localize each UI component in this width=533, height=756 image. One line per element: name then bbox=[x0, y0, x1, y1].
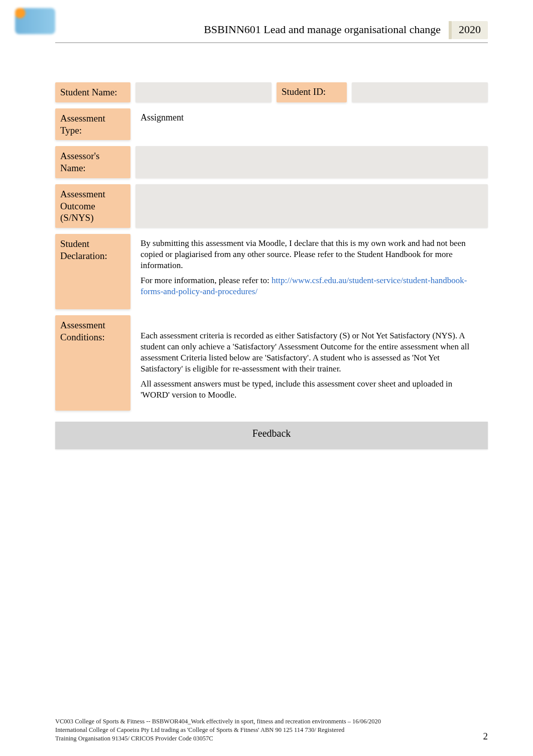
footer-line-1: VC003 College of Sports & Fitness -- BSB… bbox=[55, 717, 381, 726]
page-number: 2 bbox=[483, 730, 488, 743]
value-student-id[interactable] bbox=[352, 82, 488, 102]
footer: VC003 College of Sports & Fitness -- BSB… bbox=[55, 717, 488, 743]
label-student-name: Student Name: bbox=[55, 82, 130, 102]
brand-logo bbox=[15, 8, 55, 34]
value-assessment-type: Assignment bbox=[136, 108, 488, 141]
header: BSBINN601 Lead and manage organisational… bbox=[55, 21, 488, 43]
row-assessor-name: Assessor's Name: bbox=[55, 146, 488, 178]
row-assessment-type: Assessment Type: Assignment bbox=[55, 108, 488, 141]
conditions-paragraph-2: All assessment answers must be typed, in… bbox=[141, 379, 483, 401]
unit-title: BSBINN601 Lead and manage organisational… bbox=[204, 23, 441, 36]
label-assessment-type: Assessment Type: bbox=[55, 108, 130, 141]
conditions-paragraph-1: Each assessment criteria is recorded as … bbox=[141, 330, 483, 374]
value-assessment-conditions: Each assessment criteria is recorded as … bbox=[136, 315, 488, 411]
footer-line-2: International College of Capoeira Pty Lt… bbox=[55, 726, 381, 734]
row-student: Student Name: Student ID: bbox=[55, 82, 488, 102]
declaration-paragraph-2: For more information, please refer to: h… bbox=[141, 275, 483, 297]
page: BSBINN601 Lead and manage organisational… bbox=[0, 0, 533, 756]
declaration-paragraph-1: By submitting this assessment via Moodle… bbox=[141, 238, 483, 271]
label-student-id: Student ID: bbox=[277, 82, 347, 102]
label-assessment-outcome: Assessment Outcome (S/NYS) bbox=[55, 184, 130, 228]
value-student-name[interactable] bbox=[136, 82, 272, 102]
label-assessment-conditions: Assessment Conditions: bbox=[55, 315, 130, 411]
declaration-link-prefix: For more information, please refer to: bbox=[141, 276, 272, 285]
footer-line-3: Training Organisation 91345/ CRICOS Prov… bbox=[55, 734, 381, 743]
row-assessment-conditions: Assessment Conditions: Each assessment c… bbox=[55, 315, 488, 411]
year-badge: 2020 bbox=[452, 21, 488, 39]
value-assessment-outcome[interactable] bbox=[136, 184, 488, 228]
footer-text: VC003 College of Sports & Fitness -- BSB… bbox=[55, 717, 381, 743]
cover-sheet-form: Student Name: Student ID: Assessment Typ… bbox=[55, 82, 488, 449]
label-assessor-name: Assessor's Name: bbox=[55, 146, 130, 178]
label-student-declaration: Student Declaration: bbox=[55, 234, 130, 309]
feedback-heading: Feedback bbox=[55, 422, 488, 449]
row-assessment-outcome: Assessment Outcome (S/NYS) bbox=[55, 184, 488, 228]
row-student-declaration: Student Declaration: By submitting this … bbox=[55, 234, 488, 309]
value-student-declaration: By submitting this assessment via Moodle… bbox=[136, 234, 488, 309]
value-assessor-name[interactable] bbox=[136, 146, 488, 178]
